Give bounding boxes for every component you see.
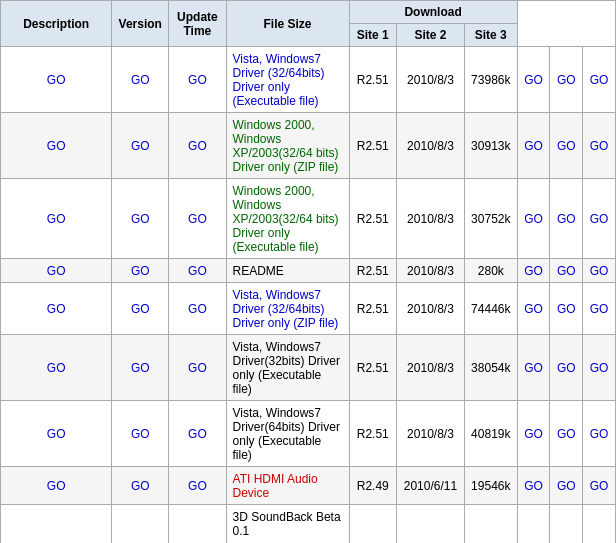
go-link-site3-5[interactable]: GO: [188, 302, 207, 316]
go-link-site3-7[interactable]: GO: [188, 427, 207, 441]
row-go-site3-8[interactable]: GO: [583, 467, 616, 505]
row-go-site2-7[interactable]: GO: [550, 401, 583, 467]
row-go-site3-3[interactable]: GO: [169, 179, 226, 259]
row-go-site2-7[interactable]: GO: [112, 401, 169, 467]
row-go-site3-5[interactable]: GO: [169, 283, 226, 335]
go-link-site2-4[interactable]: GO: [557, 264, 576, 278]
row-go-site1-9[interactable]: GO: [517, 505, 550, 544]
row-go-site2-4[interactable]: GO: [550, 259, 583, 283]
go-link-site2-1[interactable]: GO: [131, 73, 150, 87]
row-go-site1-3[interactable]: GO: [1, 179, 112, 259]
go-link-site3-4[interactable]: GO: [590, 264, 609, 278]
row-go-site2-9[interactable]: GO: [550, 505, 583, 544]
go-link-site1-6[interactable]: GO: [47, 361, 66, 375]
row-go-site3-2[interactable]: GO: [169, 113, 226, 179]
row-go-site3-6[interactable]: GO: [583, 335, 616, 401]
row-go-site3-7[interactable]: GO: [583, 401, 616, 467]
row-go-site1-8[interactable]: GO: [517, 467, 550, 505]
row-go-site2-3[interactable]: GO: [550, 179, 583, 259]
row-go-site2-4[interactable]: GO: [112, 259, 169, 283]
go-link-site2-5[interactable]: GO: [131, 302, 150, 316]
row-go-site1-4[interactable]: GO: [1, 259, 112, 283]
row-go-site1-7[interactable]: GO: [517, 401, 550, 467]
go-link-site2-3[interactable]: GO: [131, 212, 150, 226]
row-go-site2-8[interactable]: GO: [550, 467, 583, 505]
row-go-site2-1[interactable]: GO: [550, 47, 583, 113]
row-go-site1-8[interactable]: GO: [1, 467, 112, 505]
row-go-site3-9[interactable]: GO: [169, 505, 226, 544]
go-link-site3-3[interactable]: GO: [188, 212, 207, 226]
go-link-site3-1[interactable]: GO: [188, 73, 207, 87]
go-link-site3-6[interactable]: GO: [590, 361, 609, 375]
go-link-site2-3[interactable]: GO: [557, 212, 576, 226]
go-link-site1-4[interactable]: GO: [47, 264, 66, 278]
row-go-site2-1[interactable]: GO: [112, 47, 169, 113]
row-go-site3-6[interactable]: GO: [169, 335, 226, 401]
go-link-site2-2[interactable]: GO: [131, 139, 150, 153]
row-go-site3-5[interactable]: GO: [583, 283, 616, 335]
go-link-site2-2[interactable]: GO: [557, 139, 576, 153]
row-go-site1-4[interactable]: GO: [517, 259, 550, 283]
row-go-site2-5[interactable]: GO: [112, 283, 169, 335]
row-go-site2-2[interactable]: GO: [550, 113, 583, 179]
go-link-site2-1[interactable]: GO: [557, 73, 576, 87]
row-go-site3-2[interactable]: GO: [583, 113, 616, 179]
go-link-site1-6[interactable]: GO: [524, 361, 543, 375]
row-go-site1-5[interactable]: GO: [1, 283, 112, 335]
go-link-site1-4[interactable]: GO: [524, 264, 543, 278]
row-go-site3-4[interactable]: GO: [583, 259, 616, 283]
go-link-site1-1[interactable]: GO: [47, 73, 66, 87]
go-link-site1-2[interactable]: GO: [524, 139, 543, 153]
row-go-site1-2[interactable]: GO: [1, 113, 112, 179]
row-go-site1-1[interactable]: GO: [517, 47, 550, 113]
row-go-site1-1[interactable]: GO: [1, 47, 112, 113]
go-link-site2-6[interactable]: GO: [131, 361, 150, 375]
go-link-site1-5[interactable]: GO: [524, 302, 543, 316]
go-link-site1-7[interactable]: GO: [47, 427, 66, 441]
go-link-site1-3[interactable]: GO: [524, 212, 543, 226]
row-go-site1-5[interactable]: GO: [517, 283, 550, 335]
row-go-site3-1[interactable]: GO: [169, 47, 226, 113]
row-go-site1-2[interactable]: GO: [517, 113, 550, 179]
row-go-site3-8[interactable]: GO: [169, 467, 226, 505]
go-link-site2-4[interactable]: GO: [131, 264, 150, 278]
go-link-site3-2[interactable]: GO: [188, 139, 207, 153]
go-link-site1-2[interactable]: GO: [47, 139, 66, 153]
row-go-site1-9[interactable]: GO: [1, 505, 112, 544]
row-go-site2-3[interactable]: GO: [112, 179, 169, 259]
go-link-site1-8[interactable]: GO: [47, 479, 66, 493]
go-link-site3-8[interactable]: GO: [590, 479, 609, 493]
row-go-site3-4[interactable]: GO: [169, 259, 226, 283]
go-link-site3-4[interactable]: GO: [188, 264, 207, 278]
go-link-site3-1[interactable]: GO: [590, 73, 609, 87]
go-link-site3-5[interactable]: GO: [590, 302, 609, 316]
row-go-site2-8[interactable]: GO: [112, 467, 169, 505]
go-link-site2-7[interactable]: GO: [557, 427, 576, 441]
go-link-site3-7[interactable]: GO: [590, 427, 609, 441]
row-go-site1-6[interactable]: GO: [1, 335, 112, 401]
go-link-site3-2[interactable]: GO: [590, 139, 609, 153]
go-link-site2-8[interactable]: GO: [557, 479, 576, 493]
row-go-site3-1[interactable]: GO: [583, 47, 616, 113]
row-go-site3-3[interactable]: GO: [583, 179, 616, 259]
row-go-site2-6[interactable]: GO: [550, 335, 583, 401]
row-go-site1-6[interactable]: GO: [517, 335, 550, 401]
go-link-site2-6[interactable]: GO: [557, 361, 576, 375]
go-link-site1-7[interactable]: GO: [524, 427, 543, 441]
go-link-site3-8[interactable]: GO: [188, 479, 207, 493]
go-link-site1-3[interactable]: GO: [47, 212, 66, 226]
row-go-site2-2[interactable]: GO: [112, 113, 169, 179]
go-link-site3-3[interactable]: GO: [590, 212, 609, 226]
go-link-site2-8[interactable]: GO: [131, 479, 150, 493]
row-go-site1-7[interactable]: GO: [1, 401, 112, 467]
go-link-site2-7[interactable]: GO: [131, 427, 150, 441]
row-go-site3-9[interactable]: GO: [583, 505, 616, 544]
go-link-site1-1[interactable]: GO: [524, 73, 543, 87]
go-link-site1-8[interactable]: GO: [524, 479, 543, 493]
row-go-site1-3[interactable]: GO: [517, 179, 550, 259]
row-go-site2-5[interactable]: GO: [550, 283, 583, 335]
row-go-site3-7[interactable]: GO: [169, 401, 226, 467]
go-link-site1-5[interactable]: GO: [47, 302, 66, 316]
row-go-site2-9[interactable]: GO: [112, 505, 169, 544]
go-link-site2-5[interactable]: GO: [557, 302, 576, 316]
